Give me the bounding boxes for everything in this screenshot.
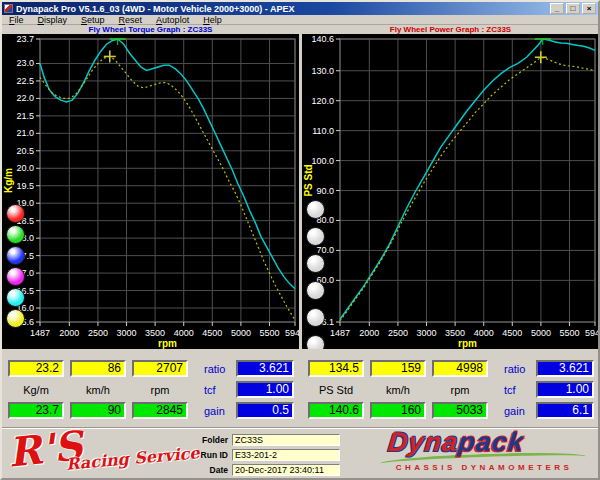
power-reference-run-curve [340,57,595,321]
torque-run-ball-5[interactable] [6,288,25,307]
menu-help[interactable]: Help [196,15,229,25]
power-chart-title: Fly Wheel Power Graph : ZC33S [302,25,599,34]
footer: R'S Racing Service Folder ZC33S Run ID E… [2,429,598,478]
date-field[interactable]: 20-Dec-2017 23:40:11 [232,464,340,476]
minimize-button[interactable]: _ [550,3,564,14]
svg-text:1487: 1487 [330,328,350,338]
svg-text:21.0: 21.0 [16,128,34,138]
torque-run-rpm-value: 2845 [132,402,188,419]
rpm-unit-label: rpm [132,384,188,396]
svg-text:130.0: 130.0 [311,66,334,76]
svg-text:20.0: 20.0 [16,163,34,173]
power-run-ball-4[interactable] [306,281,325,300]
gain-label: gain [504,405,534,417]
torque-cross-marker [104,50,116,62]
torque-run-speed-value: 90 [70,402,126,419]
svg-text:90.0: 90.0 [316,186,334,196]
svg-text:5946: 5946 [285,328,299,338]
x-axis-unit-label: rpm [158,338,177,349]
date-label: Date [152,464,228,476]
svg-text:2000: 2000 [59,328,79,338]
svg-text:4500: 4500 [502,328,522,338]
torque-run-peak-value: 23.7 [8,402,64,419]
power-run-ball-5[interactable] [306,308,325,327]
plot-frame [340,39,595,322]
app-window: Dynapack Pro V5.1.6_03 (4WD - Motor Vehi… [0,0,600,480]
torque-run-ball-4[interactable] [6,267,25,286]
power-run-ball-2[interactable] [306,227,325,246]
tcf-label: tcf [504,384,534,396]
svg-text:5500: 5500 [259,328,279,338]
torque-unit-label: Kg/m [8,384,64,396]
svg-text:1487: 1487 [30,328,50,338]
power-readout-panel: 134.5 159 4998 PS Std km/h rpm 140.6 160… [302,349,598,427]
torque-ratio-value: 3.621 [236,360,294,377]
power-plot[interactable]: 140.6130.0120.0110.0100.090.080.070.060.… [302,34,599,349]
torque-run-ball-3[interactable] [6,246,25,265]
power-chart-panel: Fly Wheel Power Graph : ZC33S 140.6130.0… [302,25,599,349]
power-chart-area: 140.6130.0120.0110.0100.090.080.070.060.… [302,34,599,349]
svg-text:4000: 4000 [174,328,194,338]
svg-text:20.5: 20.5 [16,146,34,156]
dynapack-logo: Dynapack CHASSIS DYNAMOMETERS [374,430,594,477]
y-axis-unit-label: Kg/m [3,168,14,193]
svg-text:21.5: 21.5 [16,111,34,121]
grid-lines [40,39,295,322]
grid-lines [340,39,595,322]
maximize-button[interactable]: □ [566,3,580,14]
torque-ref-speed-value: 86 [70,360,126,377]
torque-ref-rpm-value: 2707 [132,360,188,377]
menu-reset[interactable]: Reset [112,15,150,25]
power-current-run-curve [340,39,595,319]
svg-text:19.5: 19.5 [16,181,34,191]
svg-text:2000: 2000 [359,328,379,338]
svg-text:3500: 3500 [445,328,465,338]
menu-setup[interactable]: Setup [74,15,112,25]
svg-text:22.0: 22.0 [16,93,34,103]
svg-text:3500: 3500 [145,328,165,338]
torque-run-ball-2[interactable] [6,225,25,244]
tcf-label: tcf [204,384,234,396]
svg-text:3000: 3000 [117,328,137,338]
dynapack-logo-word1: Dyna [386,427,459,457]
x-axis-ticks: 1487200025003000350040004500500055005946 [30,322,299,338]
run-id-field[interactable]: E33-201-2 [232,449,340,461]
close-button[interactable]: × [582,3,596,14]
power-run-ball-3[interactable] [306,254,325,273]
titlebar: Dynapack Pro V5.1.6_03 (4WD - Motor Vehi… [2,2,598,15]
menu-display[interactable]: Display [31,15,75,25]
speed-unit-label: km/h [370,384,426,396]
torque-run-ball-6[interactable] [6,309,25,328]
menu-autoplot[interactable]: Autoplot [149,15,196,25]
power-ref-speed-value: 159 [370,360,426,377]
folder-label: Folder [152,434,228,446]
folder-field[interactable]: ZC33S [232,434,340,446]
rpm-unit-label: rpm [432,384,488,396]
x-axis-ticks: 1487200025003000350040004500500055005946 [330,322,599,338]
svg-text:23.7: 23.7 [16,34,34,44]
svg-text:4500: 4500 [202,328,222,338]
torque-reference-run-curve [40,57,295,321]
torque-chart-title: Fly Wheel Torque Graph : ZC33S [2,25,299,34]
ratio-label: ratio [504,363,534,375]
torque-current-run-curve [40,39,295,289]
svg-text:4000: 4000 [474,328,494,338]
menu-file[interactable]: File [2,15,31,25]
power-run-speed-value: 160 [370,402,426,419]
power-gain-value: 6.1 [536,402,594,419]
svg-text:5500: 5500 [559,328,579,338]
svg-text:5946: 5946 [585,328,599,338]
window-title: Dynapack Pro V5.1.6_03 (4WD - Motor Vehi… [16,4,295,14]
power-run-peak-value: 140.6 [308,402,364,419]
torque-ref-peak-value: 23.2 [8,360,64,377]
svg-text:3000: 3000 [417,328,437,338]
svg-text:100.0: 100.0 [311,156,334,166]
torque-run-ball-1[interactable] [6,204,25,223]
power-cross-marker [535,51,547,63]
torque-plot[interactable]: 23.723.022.522.021.521.020.520.019.519.0… [2,34,299,349]
power-run-ball-1[interactable] [306,200,325,219]
svg-text:120.0: 120.0 [311,96,334,106]
svg-text:2500: 2500 [388,328,408,338]
torque-gain-value: 0.5 [236,402,294,419]
svg-text:5000: 5000 [231,328,251,338]
